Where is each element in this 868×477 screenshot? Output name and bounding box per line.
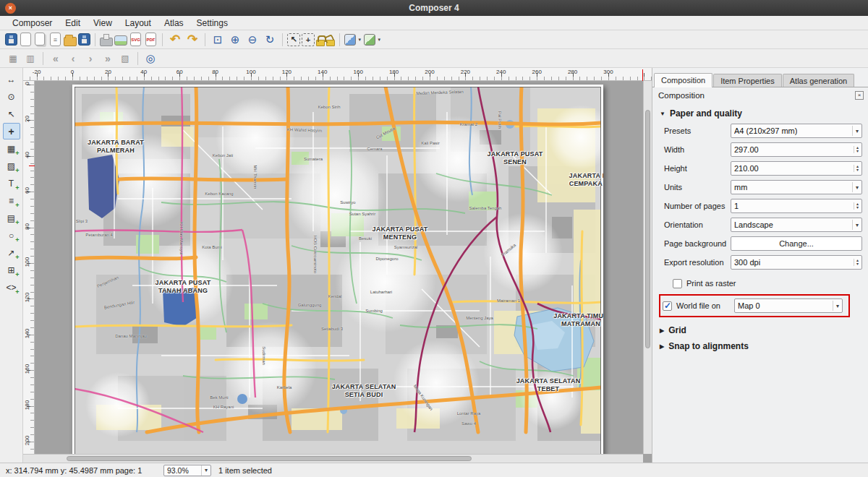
- add-arrow-icon[interactable]: ↗: [3, 244, 20, 261]
- ruler-label: 80: [208, 69, 224, 75]
- titlebar: Composer 4: [0, 0, 868, 16]
- spin-arrows-icon[interactable]: [854, 202, 859, 210]
- vertical-scrollbar[interactable]: [643, 81, 652, 454]
- add-label-icon[interactable]: T: [3, 175, 20, 192]
- raise-items-icon[interactable]: ▾: [344, 34, 356, 46]
- pan-tool-icon[interactable]: ↔: [3, 71, 20, 87]
- jakarta-map-item[interactable]: [75, 87, 601, 457]
- zoom-level-select[interactable]: 93.0%: [163, 465, 211, 476]
- add-scalebar-icon[interactable]: ▤: [3, 210, 20, 226]
- move-item-icon[interactable]: +: [302, 33, 315, 46]
- section-paper-and-quality[interactable]: Paper and quality: [660, 108, 862, 119]
- duplicate-composer-icon[interactable]: [35, 33, 45, 46]
- ruler-label: 140: [24, 326, 30, 340]
- ruler-label: -20: [29, 69, 45, 75]
- world-file-checkbox[interactable]: [663, 301, 672, 311]
- menu-edit[interactable]: Edit: [59, 17, 87, 30]
- height-spinbox[interactable]: 210.00: [731, 161, 862, 176]
- page-background-change-button[interactable]: Change...: [731, 236, 862, 251]
- print-as-raster-checkbox[interactable]: [673, 279, 682, 288]
- width-spinbox[interactable]: 297.00: [731, 142, 862, 157]
- add-html-icon[interactable]: <>: [3, 279, 20, 296]
- world-file-map-select[interactable]: Map 0: [734, 298, 843, 313]
- move-item-content-icon[interactable]: +: [3, 123, 20, 139]
- add-image-icon[interactable]: ▨: [3, 158, 20, 174]
- tab-composition[interactable]: Composition: [654, 73, 712, 87]
- guides-icon[interactable]: ▦: [5, 51, 21, 66]
- toolbar-separator: [339, 33, 340, 46]
- atlas-settings-icon[interactable]: ◎: [142, 51, 158, 66]
- composer-window: Composer 4 Composer Edit View Layout Atl…: [0, 0, 868, 477]
- cursor-x-marker: [642, 69, 643, 81]
- tab-atlas-generation[interactable]: Atlas generation: [783, 74, 855, 87]
- vertical-scrollbar-thumb[interactable]: [645, 110, 650, 348]
- composition-page[interactable]: JAKARTA BARATPALMERAHJAKARTA PUSATSENENJ…: [72, 85, 603, 460]
- redo-icon[interactable]: ↷: [184, 32, 200, 48]
- window-close-button[interactable]: [5, 3, 16, 14]
- align-items-icon[interactable]: ▾: [364, 34, 375, 46]
- add-legend-icon[interactable]: ≡: [3, 192, 20, 209]
- toolbar-separator: [162, 33, 163, 46]
- export-resolution-spinbox[interactable]: 300 dpi: [731, 255, 862, 270]
- unlock-items-icon[interactable]: [326, 40, 335, 46]
- spin-arrows-icon[interactable]: [854, 165, 859, 172]
- select-move-item-icon[interactable]: ↖: [3, 106, 20, 122]
- menu-composer[interactable]: Composer: [6, 17, 59, 30]
- zoom-full-icon[interactable]: ⊡: [210, 32, 226, 48]
- spin-arrows-icon[interactable]: [854, 259, 859, 266]
- export-pdf-icon[interactable]: PDF: [145, 33, 156, 46]
- composer-manager-icon[interactable]: ≡: [50, 33, 61, 46]
- horizontal-scrollbar[interactable]: [23, 454, 643, 463]
- section-snap-to-alignments[interactable]: Snap to alignments: [660, 341, 862, 351]
- zoom-in-icon[interactable]: ⊕: [227, 32, 243, 48]
- ruler-label: 60: [24, 184, 30, 198]
- number-of-pages-spinbox[interactable]: 1: [731, 199, 862, 213]
- ruler-label: 120: [24, 291, 30, 305]
- composition-panel: Composition Item Properties Atlas genera…: [652, 68, 868, 463]
- ruler-label: 160: [24, 362, 30, 377]
- new-composer-icon[interactable]: [20, 33, 31, 46]
- atlas-next-feature-icon[interactable]: ›: [82, 51, 98, 66]
- export-image-icon[interactable]: [114, 35, 127, 46]
- zoom-out-icon[interactable]: ⊖: [244, 32, 260, 48]
- menu-view[interactable]: View: [87, 17, 119, 30]
- atlas-first-feature-icon[interactable]: «: [48, 51, 64, 66]
- export-svg-icon[interactable]: SVG: [130, 33, 141, 46]
- atlas-previous-feature-icon[interactable]: ‹: [65, 51, 81, 66]
- save-as-template-icon[interactable]: [78, 33, 90, 46]
- load-from-template-icon[interactable]: [64, 37, 77, 46]
- menu-layout[interactable]: Layout: [119, 17, 158, 30]
- tab-item-properties[interactable]: Item Properties: [713, 74, 782, 87]
- panel-tabbar: Composition Item Properties Atlas genera…: [652, 72, 868, 87]
- panel-close-icon[interactable]: [855, 91, 864, 100]
- lock-items-icon[interactable]: [316, 40, 325, 46]
- zoom-tool-icon[interactable]: ⊙: [3, 88, 20, 105]
- atlas-last-feature-icon[interactable]: »: [100, 51, 116, 66]
- menu-atlas[interactable]: Atlas: [158, 17, 190, 30]
- ruler-label: 20: [100, 69, 116, 75]
- add-attribute-table-icon[interactable]: ⊞: [3, 262, 20, 278]
- ruler-label: 100: [243, 69, 259, 75]
- smart-guides-icon[interactable]: ▥: [22, 51, 38, 66]
- presets-row: Presets A4 (210x297 mm): [664, 123, 862, 139]
- orientation-select[interactable]: Landscape: [731, 218, 862, 232]
- menu-settings[interactable]: Settings: [190, 17, 234, 30]
- add-map-icon[interactable]: ▦: [3, 140, 20, 157]
- horizontal-scrollbar-thumb[interactable]: [67, 456, 472, 461]
- composition-canvas[interactable]: -200204060801001201401601802002202402602…: [23, 68, 652, 463]
- toolbar-separator: [282, 33, 283, 46]
- presets-select[interactable]: A4 (210x297 mm): [731, 124, 862, 138]
- spin-arrows-icon[interactable]: [854, 146, 859, 153]
- undo-icon[interactable]: ↶: [167, 32, 183, 48]
- menubar: Composer Edit View Layout Atlas Settings: [0, 16, 868, 30]
- save-project-icon[interactable]: [5, 33, 17, 46]
- section-grid[interactable]: Grid: [660, 325, 862, 335]
- ruler-label: 40: [24, 147, 30, 162]
- units-select[interactable]: mm: [731, 180, 862, 194]
- print-icon[interactable]: [100, 38, 113, 46]
- refresh-view-icon[interactable]: ↻: [262, 32, 278, 48]
- atlas-preview-icon[interactable]: ▧: [117, 51, 133, 66]
- select-items-icon[interactable]: ↖: [287, 33, 300, 46]
- ruler-label: 220: [457, 69, 473, 75]
- add-shape-icon[interactable]: ○: [3, 227, 20, 244]
